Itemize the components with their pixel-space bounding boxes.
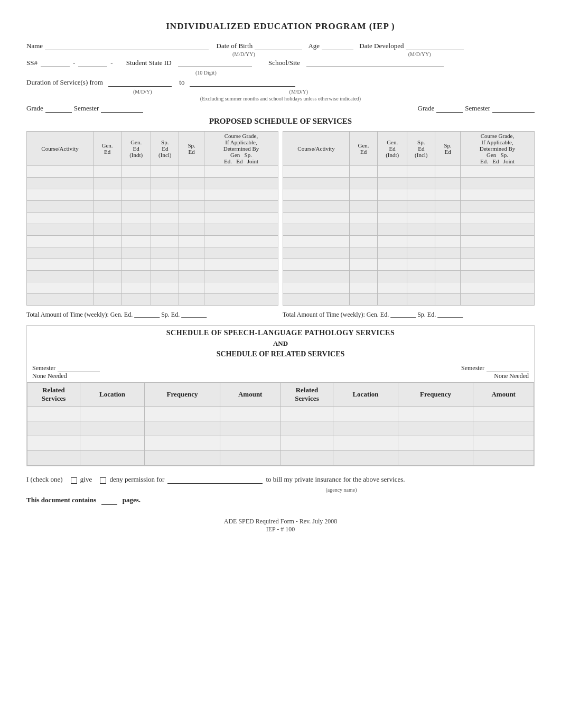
grade-label: Grade bbox=[26, 104, 43, 113]
pages-field bbox=[101, 496, 117, 505]
col-sp-ed-right: Sp.Ed bbox=[435, 132, 461, 166]
schedule-table-left: Course/Activity Gen.Ed Gen.Ed(Indt) Sp.E… bbox=[26, 131, 278, 306]
to-label: to bbox=[179, 78, 184, 87]
pages-label-prefix: This document contains bbox=[26, 496, 96, 504]
to-bill-label: to bill my private insurance for the abo… bbox=[266, 475, 405, 484]
deny-checkbox[interactable] bbox=[100, 477, 106, 484]
location-header: Location bbox=[80, 383, 145, 407]
table-row bbox=[27, 407, 534, 421]
table-row bbox=[283, 247, 535, 259]
amount-header: Amount bbox=[220, 383, 280, 407]
table-row bbox=[27, 213, 278, 224]
col-course-grade-right: Course Grade,If Applicable,Determined By… bbox=[460, 132, 534, 166]
table-row bbox=[283, 282, 535, 294]
slp-header-row: Semester None Needed Semester None Neede… bbox=[27, 362, 534, 382]
table-row bbox=[27, 178, 278, 189]
to-note: (M/D/Y) bbox=[289, 89, 308, 95]
slp-none-needed-left: None Needed bbox=[32, 372, 100, 380]
header-row2: SS# - - Student State ID School/Site bbox=[26, 58, 535, 67]
deny-label: deny permission for bbox=[109, 475, 164, 484]
slp-and: AND bbox=[27, 338, 534, 349]
table-row bbox=[27, 224, 278, 236]
slp-right-info: Semester None Needed bbox=[461, 364, 529, 380]
permission-row: I (check one) give deny permission for t… bbox=[26, 475, 535, 484]
semester-label: Semester bbox=[74, 104, 99, 113]
total-right: Total Amount of Time (weekly): Gen. Ed. … bbox=[283, 311, 535, 319]
duration-label: Duration of Service(s) from bbox=[26, 78, 103, 87]
slp-sub-title: SCHEDULE OF RELATED SERVICES bbox=[27, 349, 534, 362]
grade-semester-row: Grade Semester Grade Semester bbox=[26, 104, 535, 113]
date-developed-field bbox=[406, 41, 464, 50]
col-gen-ed-indt-right: Gen.Ed(Indt) bbox=[378, 132, 407, 166]
table-row bbox=[27, 236, 278, 247]
slp-semester-left: Semester bbox=[32, 364, 100, 372]
slp-none-needed-right: None Needed bbox=[461, 372, 529, 380]
related-services-header2: RelatedServices bbox=[280, 383, 333, 407]
table-row bbox=[283, 213, 535, 224]
proposed-schedule-title: PROPOSED SCHEDULE OF SERVICES bbox=[26, 117, 535, 126]
give-checkbox[interactable] bbox=[71, 477, 77, 484]
grade2-label: Grade bbox=[418, 104, 435, 113]
table-row bbox=[27, 294, 278, 306]
table-row bbox=[283, 178, 535, 189]
dob-note: (M/D/YY) bbox=[232, 51, 255, 57]
name-label: Name bbox=[26, 42, 43, 50]
table-row bbox=[27, 436, 534, 451]
col-gen-ed-indt-left: Gen.Ed(Indt) bbox=[121, 132, 151, 166]
slp-semester-right: Semester bbox=[461, 364, 529, 372]
school-site-label: School/Site bbox=[268, 59, 300, 67]
student-state-id-label: Student State ID bbox=[126, 59, 172, 67]
date-developed-note: (M/D/YY) bbox=[408, 51, 431, 57]
col-gen-ed-right: Gen.Ed bbox=[350, 132, 378, 166]
slp-title: SCHEDULE OF SPEECH-LANGUAGE PATHOLOGY SE… bbox=[27, 326, 534, 338]
table-row bbox=[27, 247, 278, 259]
date-developed-label: Date Developed bbox=[359, 42, 404, 50]
col-sp-ed-incl-right: Sp.Ed(Incl) bbox=[407, 132, 435, 166]
col-course-activity-right: Course/Activity bbox=[283, 132, 350, 166]
agency-note: (agency name) bbox=[26, 487, 535, 493]
duration-note: (M/D/Y) bbox=[133, 89, 152, 95]
col-sp-ed-incl-left: Sp.Ed(Incl) bbox=[151, 132, 179, 166]
semester2-label: Semester bbox=[465, 104, 490, 113]
table-row bbox=[27, 189, 278, 201]
frequency-header2: Frequency bbox=[398, 383, 473, 407]
agency-field bbox=[167, 475, 263, 484]
frequency-header: Frequency bbox=[145, 383, 220, 407]
table-row bbox=[27, 201, 278, 213]
table-row bbox=[27, 271, 278, 282]
col-sp-ed-left: Sp.Ed bbox=[179, 132, 204, 166]
table-row bbox=[283, 189, 535, 201]
schedule-table-right: Course/Activity Gen.Ed Gen.Ed(Indt) Sp.E… bbox=[283, 131, 535, 306]
col-course-grade-left: Course Grade,If Applicable,Determined By… bbox=[204, 132, 278, 166]
table-row bbox=[27, 166, 278, 178]
slp-semester-label-right: Semester bbox=[461, 364, 484, 372]
table-row bbox=[283, 224, 535, 236]
slp-semester-label-left: Semester bbox=[32, 364, 55, 372]
total-left: Total Amount of Time (weekly): Gen. Ed. … bbox=[26, 311, 278, 319]
related-services-table: RelatedServices Location Frequency Amoun… bbox=[27, 382, 534, 466]
total-left-label: Total Amount of Time (weekly): Gen. Ed. … bbox=[26, 311, 207, 319]
age-label: Age bbox=[308, 42, 320, 50]
slp-section: SCHEDULE OF SPEECH-LANGUAGE PATHOLOGY SE… bbox=[26, 325, 535, 466]
related-services-header: RelatedServices bbox=[27, 383, 80, 407]
amount-header2: Amount bbox=[473, 383, 534, 407]
excluding-note: (Excluding summer months and school holi… bbox=[26, 96, 535, 102]
col-course-activity-left: Course/Activity bbox=[27, 132, 94, 166]
dob-field bbox=[255, 41, 302, 50]
footer: ADE SPED Required Form - Rev. July 2008 … bbox=[26, 518, 535, 533]
slp-left-info: Semester None Needed bbox=[32, 364, 100, 380]
name-field bbox=[45, 41, 209, 50]
table-row bbox=[283, 166, 535, 178]
table-row bbox=[283, 201, 535, 213]
i-check-one-label: I (check one) bbox=[26, 475, 63, 484]
age-field bbox=[322, 41, 353, 50]
table-row bbox=[27, 259, 278, 271]
header-row1: Name Date of Birth Age Date Developed bbox=[26, 41, 535, 50]
student-state-id-note: (10 Digit) bbox=[195, 70, 217, 76]
location-header2: Location bbox=[333, 383, 398, 407]
table-row bbox=[283, 294, 535, 306]
dob-label: Date of Birth bbox=[217, 42, 253, 50]
header-row3: Duration of Service(s) from to bbox=[26, 78, 535, 87]
footer-line2: IEP - # 100 bbox=[26, 526, 535, 533]
permission-section: I (check one) give deny permission for t… bbox=[26, 475, 535, 493]
